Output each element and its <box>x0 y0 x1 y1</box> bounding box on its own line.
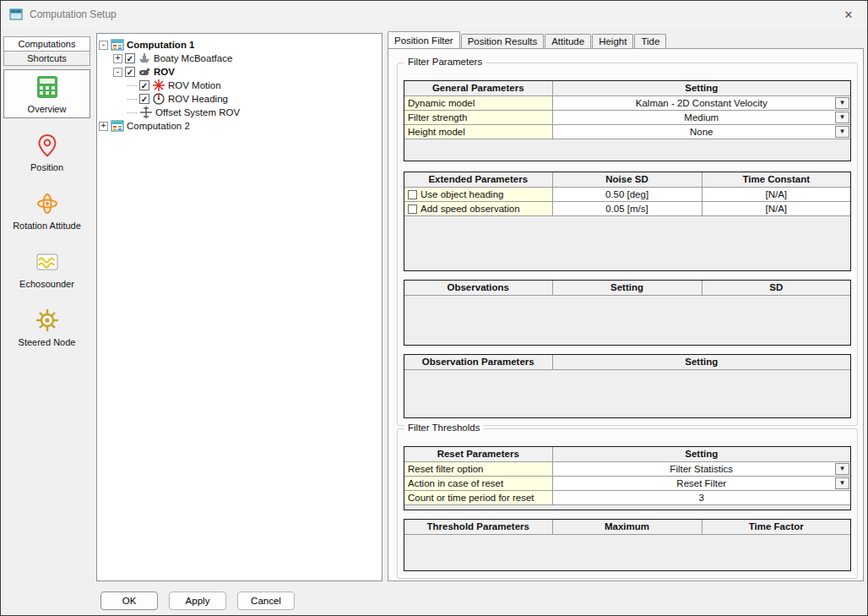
motion-sensor-icon <box>152 79 165 92</box>
computation-tree: - Computation 1 + Boaty McBoatface - ROV <box>96 33 382 581</box>
tree-node-computation-1[interactable]: - Computation 1 <box>99 38 380 52</box>
tree-node-offset-system-rov[interactable]: Offset System ROV <box>99 106 380 119</box>
filter-parameters-group: Filter Parameters General Parameters Set… <box>397 63 858 426</box>
tree-guide-line <box>127 99 137 100</box>
tree-node-rov-motion[interactable]: ROV Motion <box>99 79 380 92</box>
tab-tide[interactable]: Tide <box>634 34 666 48</box>
sidebar-item-label: Steered Node <box>19 337 76 347</box>
expand-expander-icon[interactable]: + <box>113 54 122 63</box>
overview-icon <box>35 74 60 101</box>
reset-filter-option-value-cell[interactable]: Filter Statistics <box>552 461 850 476</box>
checked-checkbox[interactable] <box>125 53 135 63</box>
group-label: Filter Thresholds <box>404 422 483 433</box>
tree-node-label: ROV Heading <box>168 94 228 104</box>
collapse-expander-icon[interactable]: - <box>99 41 108 50</box>
sidebar-item-label: Position <box>30 162 63 172</box>
position-pin-icon <box>35 133 60 160</box>
sidebar-item-overview[interactable]: Overview <box>3 69 90 118</box>
tree-guide-line <box>127 85 137 86</box>
column-header: Threshold Parameters <box>404 520 552 534</box>
rotation-attitude-icon <box>35 191 60 218</box>
dropdown-arrow-icon[interactable] <box>835 477 849 489</box>
sidebar-item-label: Overview <box>28 104 67 114</box>
general-parameters-table: General Parameters Setting Dynamic model… <box>404 80 851 161</box>
group-label: Filter Parameters <box>404 57 486 67</box>
computation-setup-dialog: Computation Setup ✕ Computations Shortcu… <box>0 0 868 616</box>
column-header: Noise SD <box>552 172 702 187</box>
tab-position-results[interactable]: Position Results <box>461 34 544 48</box>
time-constant-value-cell: [N/A] <box>702 187 850 201</box>
checked-checkbox[interactable] <box>139 94 149 104</box>
sidebar-item-echosounder[interactable]: Echosounder <box>3 244 90 293</box>
filter-thresholds-group: Filter Thresholds Reset Parameters Setti… <box>397 428 858 579</box>
tab-attitude[interactable]: Attitude <box>545 34 591 48</box>
noise-sd-value-cell[interactable]: 0.05 [m/s] <box>552 201 702 215</box>
column-header: Setting <box>552 355 850 369</box>
observations-table: Observations Setting SD <box>404 280 851 346</box>
collapse-expander-icon[interactable]: - <box>113 68 122 77</box>
tree-node-label: Computation 1 <box>127 40 195 50</box>
height-model-value-cell[interactable]: None <box>552 124 850 139</box>
expand-expander-icon[interactable]: + <box>99 122 108 131</box>
tree-node-label: ROV <box>154 67 175 77</box>
cancel-button[interactable]: Cancel <box>237 591 295 610</box>
column-header: Setting <box>552 81 850 95</box>
column-header: General Parameters <box>404 81 552 95</box>
steered-node-wheel-icon <box>35 308 60 335</box>
noise-sd-value-cell[interactable]: 0.50 [deg] <box>552 187 702 201</box>
rov-icon <box>138 65 151 79</box>
checked-checkbox[interactable] <box>125 67 135 77</box>
sidebar-item-rotation-attitude[interactable]: Rotation Attitude <box>3 186 90 235</box>
column-header: Time Constant <box>702 172 850 187</box>
time-constant-value-cell: [N/A] <box>702 201 850 215</box>
close-icon[interactable]: ✕ <box>838 8 859 21</box>
tree-node-computation-2[interactable]: + Computation 2 <box>99 119 380 133</box>
dropdown-arrow-icon[interactable] <box>835 463 849 475</box>
checked-checkbox[interactable] <box>139 80 149 90</box>
column-header: Extended Parameters <box>404 172 552 187</box>
tree-node-boaty-mcboatface[interactable]: + Boaty McBoatface <box>99 52 380 65</box>
add-speed-observation-label-cell: Add speed observation <box>404 201 552 215</box>
column-header: Maximum <box>552 520 702 534</box>
sidebar-tab-computations[interactable]: Computations <box>3 36 90 52</box>
dynamic-model-value-cell[interactable]: Kalman - 2D Constant Velocity <box>552 95 850 110</box>
unchecked-checkbox[interactable] <box>408 204 417 214</box>
ok-button[interactable]: OK <box>100 591 158 610</box>
apply-button[interactable]: Apply <box>169 591 226 610</box>
tab-position-filter[interactable]: Position Filter <box>388 31 460 48</box>
dropdown-arrow-icon[interactable] <box>835 112 849 123</box>
titlebar: Computation Setup ✕ <box>1 1 867 28</box>
tree-node-rov[interactable]: - ROV <box>99 65 380 79</box>
use-object-heading-label-cell: Use object heading <box>404 187 552 201</box>
filter-strength-label-cell: Filter strength <box>404 110 552 124</box>
column-header: SD <box>702 281 850 295</box>
gyro-heading-icon <box>152 92 165 106</box>
sidebar-tab-shortcuts[interactable]: Shortcuts <box>3 51 90 66</box>
dropdown-arrow-icon[interactable] <box>835 126 849 138</box>
tree-node-label: Offset System ROV <box>155 107 240 117</box>
unchecked-checkbox[interactable] <box>408 190 417 199</box>
tree-guide-line <box>127 112 137 113</box>
sidebar-item-position[interactable]: Position <box>3 128 90 177</box>
tree-node-label: Computation 2 <box>127 121 190 131</box>
tab-height[interactable]: Height <box>592 34 633 48</box>
window-title: Computation Setup <box>30 8 117 20</box>
position-filter-page: Filter Parameters General Parameters Set… <box>388 48 864 581</box>
column-header: Time Factor <box>702 520 850 534</box>
filter-strength-value-cell[interactable]: Medium <box>552 110 850 124</box>
dropdown-arrow-icon[interactable] <box>835 97 849 109</box>
tree-node-rov-heading[interactable]: ROV Heading <box>99 92 380 106</box>
computation-icon <box>111 38 124 52</box>
action-in-case-of-reset-label-cell: Action in case of reset <box>404 476 552 490</box>
dynamic-model-label-cell: Dynamic model <box>404 95 552 110</box>
tree-node-label: Boaty McBoatface <box>154 53 232 63</box>
count-or-time-period-label-cell: Count or time period for reset <box>404 490 552 504</box>
column-header: Reset Parameters <box>404 447 552 461</box>
column-header: Observation Parameters <box>404 355 552 369</box>
tree-node-label: ROV Motion <box>168 80 221 90</box>
action-in-case-of-reset-value-cell[interactable]: Reset Filter <box>552 476 850 490</box>
count-or-time-period-value-cell[interactable]: 3 <box>552 490 850 504</box>
column-header: Setting <box>552 447 850 461</box>
sidebar-item-steered-node[interactable]: Steered Node <box>3 303 90 352</box>
reset-filter-option-label-cell: Reset filter option <box>404 461 552 476</box>
